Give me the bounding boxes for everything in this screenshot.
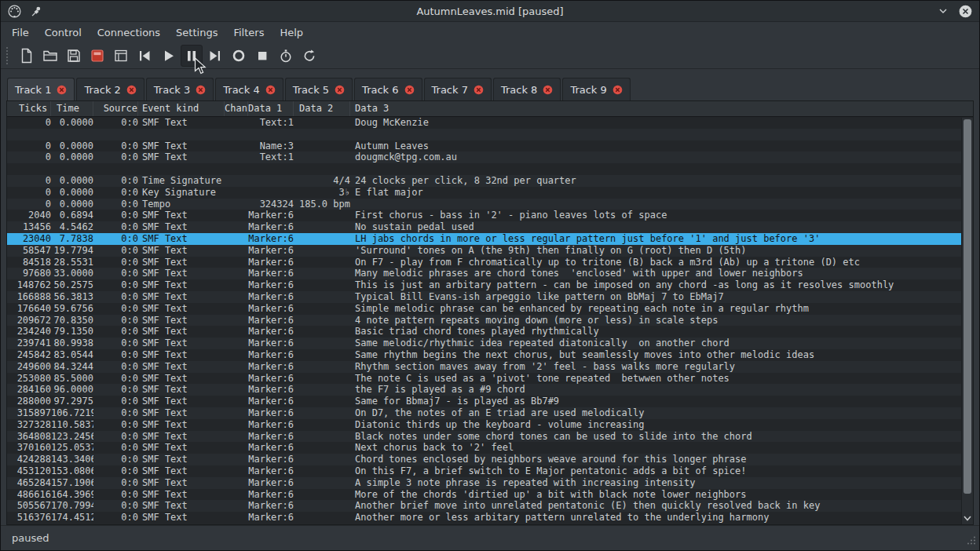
column-header-chan[interactable]: Chan xyxy=(225,101,248,116)
event-row[interactable]: 20400.68940:0SMF TextMarker:6First choru… xyxy=(7,210,961,221)
tab-close-icon[interactable] xyxy=(265,85,276,95)
column-header-data2[interactable]: Data 2 xyxy=(294,101,350,116)
scrollbar-thumb[interactable] xyxy=(964,119,971,494)
tab-close-icon[interactable] xyxy=(126,85,137,95)
column-header-data1[interactable]: Data 1 xyxy=(248,101,294,116)
scroll-down-button[interactable] xyxy=(962,513,973,524)
pause-button[interactable] xyxy=(181,45,203,67)
event-row[interactable]: 00.00000:0Key Signature3♭E flat major xyxy=(7,187,961,199)
event-row[interactable]: 134564.54620:0SMF TextMarker:6No sustain… xyxy=(7,221,961,233)
tab-track-7[interactable]: Track 7 xyxy=(424,78,492,100)
event-row[interactable] xyxy=(7,163,961,175)
column-header-data3[interactable]: Data 3 xyxy=(350,101,973,116)
menu-connections[interactable]: Connections xyxy=(90,24,168,42)
event-row[interactable]: 486616164.39690:0SMF TextMarker:6More of… xyxy=(7,489,961,501)
tab-close-icon[interactable] xyxy=(196,85,206,95)
tab-track-4[interactable]: Track 4 xyxy=(215,78,283,100)
event-row[interactable]: 00.00000:0Time Signature4/424 clocks per… xyxy=(7,175,961,187)
new-file-button[interactable] xyxy=(16,45,38,67)
open-file-button[interactable] xyxy=(39,45,61,67)
event-row[interactable]: 364808123.24560:0SMF TextMarker:6Black n… xyxy=(7,431,961,443)
tab-track-3[interactable]: Track 3 xyxy=(146,78,214,100)
cell-d2 xyxy=(294,129,350,140)
column-header-time[interactable]: Time xyxy=(51,101,93,116)
resize-grip-icon[interactable] xyxy=(967,535,976,547)
event-row[interactable]: 28416096.00000:0SMF TextMarker:6the F7 i… xyxy=(7,384,961,396)
skip-backward-button[interactable] xyxy=(133,45,155,67)
cell-d1: Marker:6 xyxy=(248,396,294,407)
event-row[interactable]: 23974180.99380:0SMF TextMarker:6Same mel… xyxy=(7,338,961,349)
cell-event: SMF Text xyxy=(138,431,225,443)
event-row[interactable]: 00.00000:0Tempo324324185.0 bpm xyxy=(7,199,961,210)
cell-d3 xyxy=(350,163,961,175)
event-row[interactable]: 28800097.29750:0SMF TextMarker:6Same for… xyxy=(7,396,961,407)
event-row[interactable]: 9768033.00000:0SMF TextMarker:6Many melo… xyxy=(7,268,961,279)
tab-close-icon[interactable] xyxy=(404,85,415,95)
cell-d1: Marker:6 xyxy=(248,233,294,245)
skip-forward-button[interactable] xyxy=(204,45,226,67)
event-row[interactable]: 23424079.13500:0SMF TextMarker:6Basic tr… xyxy=(7,326,961,338)
record-indicator-button[interactable] xyxy=(86,45,108,67)
event-row[interactable]: 516376174.45120:0SMF TextMarker:6Another… xyxy=(7,512,961,524)
cell-d2 xyxy=(294,500,350,512)
event-row[interactable]: 424288143.34060:0SMF TextMarker:6Chord t… xyxy=(7,454,961,465)
timer-button[interactable] xyxy=(275,45,297,67)
menu-help[interactable]: Help xyxy=(272,24,311,42)
cell-d2 xyxy=(294,489,350,501)
event-row[interactable] xyxy=(7,129,961,140)
event-row[interactable]: 00.00000:0SMF TextText:1Doug McKenzie xyxy=(7,117,961,129)
event-row[interactable]: 5854719.77940:0SMF TextMarker:6'Surround… xyxy=(7,245,961,257)
menu-filters[interactable]: Filters xyxy=(225,24,272,42)
event-row[interactable]: 8451828.55310:0SMF TextMarker:6On F7 - p… xyxy=(7,257,961,268)
event-row[interactable]: 24960084.32440:0SMF TextMarker:6Rhythm s… xyxy=(7,361,961,373)
tab-track-2[interactable]: Track 2 xyxy=(76,78,144,100)
stop-button[interactable] xyxy=(251,45,273,67)
column-header-source[interactable]: Source xyxy=(93,101,138,116)
record-button[interactable] xyxy=(228,45,250,67)
tab-close-icon[interactable] xyxy=(335,85,345,95)
tab-track-8[interactable]: Track 8 xyxy=(493,78,561,100)
tab-close-icon[interactable] xyxy=(543,85,553,95)
event-list-button[interactable] xyxy=(110,45,132,67)
event-row[interactable]: 14876250.25750:0SMF TextMarker:6This is … xyxy=(7,279,961,291)
cell-source: 0:0 xyxy=(93,268,138,279)
toolbar-grip[interactable] xyxy=(6,47,11,64)
event-row[interactable]: 505567170.79940:0SMF TextMarker:6Another… xyxy=(7,500,961,512)
event-row[interactable]: 25308085.50000:0SMF TextMarker:6The note… xyxy=(7,373,961,385)
column-header-ticks[interactable]: Ticks xyxy=(13,101,51,116)
tab-track-9[interactable]: Track 9 xyxy=(562,78,630,100)
event-row[interactable]: 00.00000:0SMF TextText:1dougmck@tpg.com.… xyxy=(7,151,961,163)
vertical-scrollbar[interactable] xyxy=(961,118,973,524)
cell-source: 0:0 xyxy=(93,140,138,152)
column-header-event-kind[interactable]: Event kind xyxy=(138,101,225,116)
event-row[interactable]: 230407.78380:0SMF TextMarker:6LH jabs ch… xyxy=(7,233,961,245)
save-file-button[interactable] xyxy=(63,45,85,67)
event-row[interactable]: 327328110.58370:0SMF TextMarker:6Diatoni… xyxy=(7,419,961,431)
event-row[interactable]: 24584283.05440:0SMF TextMarker:6Same rhy… xyxy=(7,349,961,361)
close-button[interactable] xyxy=(957,3,973,19)
event-row[interactable]: 465284157.19060:0SMF TextMarker:6A simpl… xyxy=(7,477,961,489)
tab-close-icon[interactable] xyxy=(474,85,484,95)
tab-track-1[interactable]: Track 1 xyxy=(7,78,75,100)
event-row[interactable]: 16688856.38130:0SMF TextMarker:6Typical … xyxy=(7,291,961,303)
tab-close-icon[interactable] xyxy=(57,85,67,95)
title-bar[interactable]: AutumnLeaves.mid [paused] xyxy=(1,1,979,22)
menu-file[interactable]: File xyxy=(4,24,37,42)
shade-chevron-down-icon[interactable] xyxy=(935,3,951,19)
cell-d3: Same melodic/rhythmic idea repeated diat… xyxy=(350,338,961,349)
event-row[interactable]: 370160125.05370:0SMF TextMarker:6Next ch… xyxy=(7,442,961,454)
play-button[interactable] xyxy=(157,45,179,67)
event-row[interactable]: 20967270.83500:0SMF TextMarker:64 note p… xyxy=(7,315,961,327)
cell-time: 19.7794 xyxy=(51,245,93,257)
event-row[interactable]: 453120153.08060:0SMF TextMarker:6On this… xyxy=(7,465,961,477)
menu-settings[interactable]: Settings xyxy=(168,24,225,42)
tab-track-5[interactable]: Track 5 xyxy=(285,78,353,100)
pin-icon[interactable] xyxy=(28,3,44,19)
event-row[interactable]: 17664059.67560:0SMF TextMarker:6Simple m… xyxy=(7,303,961,315)
menu-control[interactable]: Control xyxy=(37,24,90,42)
tab-track-6[interactable]: Track 6 xyxy=(354,78,422,100)
loop-button[interactable] xyxy=(298,45,320,67)
tab-close-icon[interactable] xyxy=(612,85,623,95)
event-row[interactable]: 315897106.72190:0SMF TextMarker:6On D7, … xyxy=(7,407,961,419)
event-row[interactable]: 00.00000:0SMF TextName:3Autumn Leaves xyxy=(7,140,961,152)
